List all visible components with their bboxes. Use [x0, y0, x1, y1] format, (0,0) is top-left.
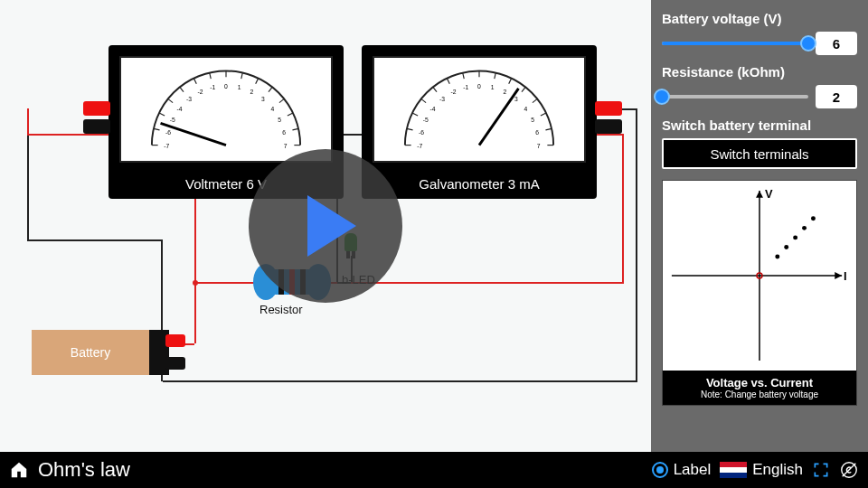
svg-line-39 — [433, 87, 437, 91]
vi-graph: V I — [663, 181, 856, 371]
svg-marker-70 — [835, 272, 842, 279]
play-button[interactable] — [249, 149, 402, 303]
svg-text:-6: -6 — [419, 129, 424, 136]
svg-line-53 — [533, 99, 537, 102]
battery-neg-terminal — [165, 357, 185, 370]
voltage-value: 6 — [816, 32, 857, 55]
battery: Battery — [32, 330, 149, 375]
controls-sidebar: Battery voltage (V) 6 Resistance (kOhm) … — [651, 0, 868, 452]
flag-icon — [720, 462, 747, 478]
svg-text:6: 6 — [535, 129, 539, 136]
voltmeter-neg-terminal — [83, 119, 110, 134]
language-selector[interactable]: English — [720, 461, 803, 479]
svg-point-79 — [811, 216, 816, 221]
radio-icon — [652, 462, 668, 478]
svg-line-10 — [193, 79, 196, 84]
svg-line-8 — [180, 87, 184, 91]
svg-text:4: 4 — [524, 106, 527, 112]
svg-line-2 — [154, 128, 160, 130]
label-toggle[interactable]: Label — [652, 461, 712, 479]
svg-line-18 — [256, 79, 259, 84]
battery-pos-terminal — [165, 334, 185, 347]
svg-line-81 — [843, 464, 856, 477]
wire — [27, 134, 108, 136]
page-title: Ohm's law — [38, 458, 130, 482]
bottom-bar: Ohm's law Label English — [0, 452, 868, 488]
slider-thumb[interactable] — [800, 35, 816, 52]
battery-label: Battery — [71, 345, 110, 360]
graph-note: Note: Change battery voltage — [666, 389, 853, 399]
svg-text:I: I — [844, 269, 847, 283]
svg-line-22 — [279, 99, 284, 102]
svg-line-16 — [241, 73, 243, 80]
wire — [636, 108, 637, 382]
svg-line-43 — [463, 73, 465, 80]
svg-line-26 — [292, 128, 298, 130]
wire — [27, 108, 29, 136]
svg-text:-6: -6 — [165, 129, 171, 136]
wire — [27, 239, 163, 241]
svg-line-24 — [288, 113, 293, 116]
galvanometer-pos-terminal — [595, 101, 622, 116]
galvanometer-face: -7-6-5-4-3-2-101234567 — [373, 56, 586, 163]
voltmeter-face: -7-6-5-4-3-2-101234567 — [119, 56, 333, 163]
svg-text:-1: -1 — [463, 84, 468, 90]
svg-point-75 — [775, 254, 779, 258]
svg-line-4 — [159, 113, 165, 116]
switch-terminals-button[interactable]: Switch terminals — [662, 138, 857, 169]
svg-text:-7: -7 — [164, 143, 169, 149]
svg-text:3: 3 — [514, 96, 518, 102]
wire — [622, 134, 624, 284]
svg-text:-3: -3 — [186, 96, 192, 102]
voltage-slider[interactable] — [662, 42, 808, 45]
svg-text:-2: -2 — [450, 89, 456, 95]
wire — [351, 282, 624, 284]
switch-heading: Switch battery terminal — [662, 117, 857, 133]
svg-text:-3: -3 — [439, 96, 445, 102]
svg-line-57 — [545, 128, 552, 130]
svg-marker-71 — [756, 191, 763, 198]
home-icon[interactable] — [9, 460, 29, 480]
voltmeter-pos-terminal — [83, 101, 110, 116]
svg-text:0: 0 — [477, 83, 481, 89]
galvanometer-label: Galvanometer 3 mA — [362, 176, 597, 192]
circuit-node — [193, 280, 198, 286]
svg-text:6: 6 — [282, 129, 286, 136]
svg-line-33 — [407, 128, 413, 130]
svg-text:-4: -4 — [177, 106, 183, 112]
svg-text:4: 4 — [270, 106, 274, 112]
svg-text:7: 7 — [537, 143, 541, 149]
resistance-value: 2 — [816, 85, 857, 108]
svg-line-51 — [522, 87, 525, 91]
svg-text:2: 2 — [504, 89, 507, 95]
svg-text:1: 1 — [491, 84, 495, 90]
svg-text:5: 5 — [531, 117, 534, 123]
svg-text:-4: -4 — [430, 106, 436, 112]
wire — [163, 380, 637, 382]
circuit-canvas: -7-6-5-4-3-2-101234567 Voltmeter 6 V -7-… — [0, 0, 651, 452]
fullscreen-icon[interactable] — [812, 461, 830, 479]
svg-point-76 — [784, 245, 788, 249]
svg-text:5: 5 — [278, 117, 281, 123]
resistance-label: Resistance (kOhm) — [662, 64, 857, 80]
wire — [592, 134, 624, 136]
svg-text:-1: -1 — [210, 84, 215, 90]
copyright-icon[interactable] — [839, 460, 859, 480]
svg-point-77 — [793, 235, 797, 239]
svg-text:1: 1 — [238, 84, 241, 90]
svg-line-49 — [509, 79, 512, 84]
svg-text:V: V — [765, 187, 773, 201]
svg-text:2: 2 — [250, 89, 254, 95]
svg-text:-5: -5 — [170, 117, 175, 123]
svg-text:-5: -5 — [423, 117, 429, 123]
svg-text:-2: -2 — [197, 89, 203, 95]
slider-thumb[interactable] — [654, 89, 670, 105]
resistance-slider[interactable] — [662, 95, 808, 99]
voltage-label: Battery voltage (V) — [662, 11, 857, 26]
svg-line-55 — [541, 113, 546, 116]
svg-text:0: 0 — [224, 83, 228, 89]
wire — [194, 282, 196, 343]
svg-line-41 — [447, 79, 449, 84]
svg-line-35 — [412, 113, 418, 116]
svg-line-37 — [421, 99, 426, 102]
